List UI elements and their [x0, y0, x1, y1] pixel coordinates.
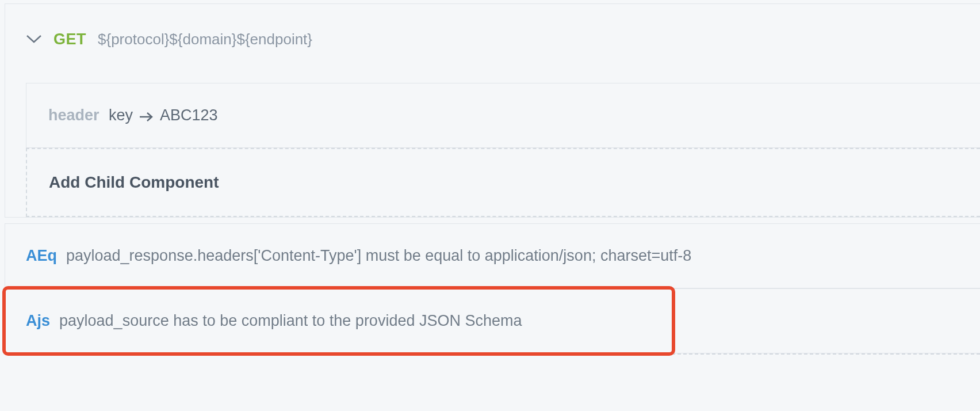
assertion-tag-aeq: AEq	[26, 247, 57, 265]
arrow-right-icon	[139, 112, 154, 124]
http-method: GET	[53, 31, 86, 48]
assertion-text: payload_response.headers['Content-Type']…	[66, 247, 691, 265]
assertion-equals-row[interactable]: AEq payload_response.headers['Content-Ty…	[5, 223, 980, 288]
request-row[interactable]: GET ${protocol}${domain}${endpoint}	[26, 31, 980, 48]
header-label: header	[48, 106, 99, 124]
assertion-text: payload_source has to be compliant to th…	[59, 312, 522, 330]
header-value: ABC123	[160, 106, 218, 124]
api-test-panel: GET ${protocol}${domain}${endpoint} head…	[0, 3, 980, 357]
add-child-button[interactable]: Add Child Component	[26, 148, 980, 217]
header-component[interactable]: header key ABC123	[26, 83, 980, 148]
bottom-dashed-border	[5, 353, 980, 357]
header-key: key	[109, 106, 133, 124]
add-child-label: Add Child Component	[49, 173, 219, 191]
request-panel: GET ${protocol}${domain}${endpoint} head…	[5, 3, 980, 218]
assertion-tag-ajs: Ajs	[26, 312, 50, 330]
chevron-down-icon[interactable]	[26, 35, 42, 46]
request-url: ${protocol}${domain}${endpoint}	[98, 31, 312, 48]
assertion-json-schema-row[interactable]: Ajs payload_source has to be compliant t…	[5, 288, 980, 353]
